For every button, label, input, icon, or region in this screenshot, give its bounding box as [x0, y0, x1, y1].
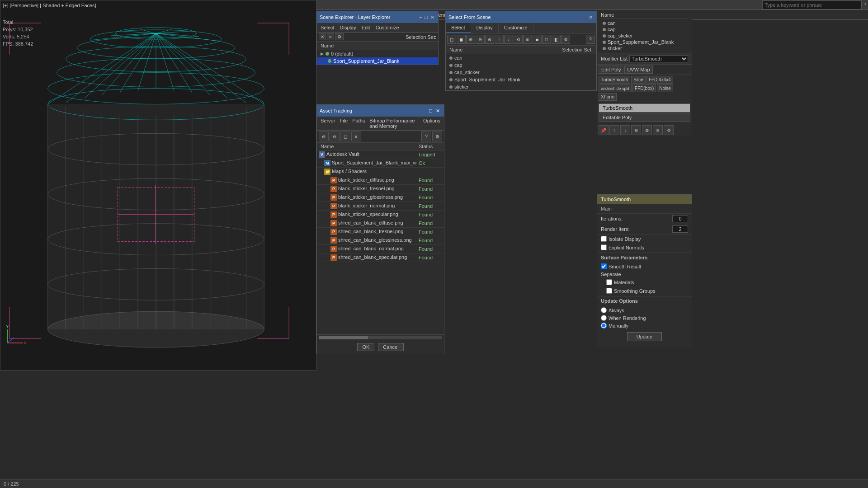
name-cap-sticker[interactable]: cap_sticker: [601, 33, 688, 39]
name-cap[interactable]: cap: [601, 26, 688, 33]
at-tb-4[interactable]: ≡: [351, 131, 361, 141]
select-scene-close[interactable]: ✕: [588, 14, 594, 20]
stack-nav-2[interactable]: ↑: [609, 125, 619, 135]
at-restore[interactable]: □: [428, 108, 434, 114]
ss-btn-14[interactable]: ?: [586, 35, 595, 44]
stack-turbosm[interactable]: TurboSmooth: [599, 103, 690, 113]
slice-btn[interactable]: Slice: [631, 76, 646, 84]
ss-item-sport-jar[interactable]: Sport_Supplement_Jar_Blank: [446, 76, 596, 83]
at-tb-5[interactable]: ?: [421, 131, 431, 141]
at-hscrollbar[interactable]: [319, 336, 442, 339]
ss-btn-3[interactable]: ⊕: [466, 35, 475, 44]
at-row-vault[interactable]: VAutodesk Vault Logged: [317, 150, 444, 159]
at-row-max[interactable]: MSport_Supplement_Jar_Blank_max_vray.max…: [317, 159, 444, 168]
at-row-bsf[interactable]: Pblank_sticker_fresnel.png Found: [317, 185, 444, 193]
ss-item-cap[interactable]: cap: [446, 61, 596, 69]
iterations-input[interactable]: [672, 215, 688, 222]
at-row-scf[interactable]: Pshred_can_blank_fresnel.png Found: [317, 228, 444, 236]
ss-btn-8[interactable]: ⟲: [514, 35, 523, 44]
ss-btn-2[interactable]: ◼: [457, 35, 466, 44]
se-expand-0[interactable]: ▶: [321, 52, 324, 56]
at-row-scs[interactable]: Pshred_can_blank_specular.png Found: [317, 253, 444, 262]
viewport[interactable]: [+] [Perspective] [ Shaded + Edged Faces…: [0, 0, 316, 371]
update-always-radio[interactable]: [601, 307, 607, 313]
at-menu-file[interactable]: File: [340, 118, 348, 129]
smooth-result-check[interactable]: [601, 263, 607, 269]
ss-btn-7[interactable]: ↓: [504, 35, 513, 44]
se-settings-btn[interactable]: ⚙: [335, 33, 344, 40]
se-close-btn[interactable]: ✕: [319, 33, 326, 40]
tab-customize[interactable]: Customize: [499, 23, 533, 33]
xform-btn[interactable]: XForm: [599, 93, 617, 101]
update-manually-radio[interactable]: [601, 323, 607, 328]
ss-item-can[interactable]: can: [446, 54, 596, 61]
at-close[interactable]: ✕: [434, 108, 441, 114]
se-menu-edit[interactable]: Edit: [362, 25, 370, 30]
at-tb-2[interactable]: ⊖: [330, 131, 340, 141]
at-tb-1[interactable]: ⊕: [319, 131, 329, 141]
at-row-bsg[interactable]: Pblank_sticker_glossiness.png Found: [317, 193, 444, 202]
update-whenrendering-radio[interactable]: [601, 315, 607, 321]
ss-item-sticker[interactable]: sticker: [446, 83, 596, 90]
name-can[interactable]: can: [601, 20, 688, 26]
scene-explorer-minimize[interactable]: −: [418, 14, 423, 20]
uvwmap-btn[interactable]: UVW Map: [624, 66, 652, 74]
scene-explorer-close[interactable]: ✕: [429, 14, 435, 20]
tab-select[interactable]: Select: [446, 23, 471, 33]
ss-btn-5[interactable]: ⊗: [485, 35, 494, 44]
materials-check[interactable]: [606, 279, 612, 285]
render-iters-input[interactable]: [672, 225, 688, 233]
at-menu-options[interactable]: Options: [423, 118, 440, 129]
ffdbox-btn[interactable]: FFD(box): [632, 84, 656, 92]
smoothing-groups-check[interactable]: [606, 288, 612, 294]
editpoly-btn[interactable]: Edit Poly: [599, 66, 623, 74]
at-row-bsn[interactable]: Pblank_sticker_normal.png Found: [317, 202, 444, 211]
ss-btn-6[interactable]: ↑: [495, 35, 504, 44]
at-row-scd[interactable]: Pshred_can_blank_diffuse.png Found: [317, 219, 444, 228]
at-cancel-btn[interactable]: Cancel: [378, 343, 403, 351]
at-row-scn[interactable]: Pshred_can_blank_normal.png Found: [317, 245, 444, 253]
explicit-normals-check[interactable]: [601, 244, 607, 250]
at-ok-btn[interactable]: OK: [357, 343, 374, 351]
search-input[interactable]: [762, 0, 862, 9]
ss-btn-13[interactable]: ⚙: [561, 35, 570, 44]
stack-nav-6[interactable]: ≡: [653, 125, 663, 135]
noise-btn[interactable]: Noise: [657, 84, 673, 92]
stack-nav-7[interactable]: ⚙: [664, 125, 674, 135]
scene-explorer-restore[interactable]: □: [424, 14, 429, 20]
stack-nav-4[interactable]: ⊖: [631, 125, 641, 135]
at-menu-server[interactable]: Server: [321, 118, 335, 129]
at-row-bss[interactable]: Pblank_sticker_specular.png Found: [317, 211, 444, 219]
name-sticker[interactable]: sticker: [601, 45, 688, 52]
se-menu-customize[interactable]: Customize: [376, 25, 399, 30]
scene-layer-0[interactable]: ▶ 0 (default): [317, 50, 438, 57]
at-menu-paths[interactable]: Paths: [352, 118, 365, 129]
update-btn[interactable]: Update: [627, 332, 662, 341]
at-tb-3[interactable]: ◻: [340, 131, 350, 141]
ss-btn-11[interactable]: □: [542, 35, 551, 44]
at-menu-bitmap[interactable]: Bitmap Performance and Memory: [369, 118, 419, 129]
ss-item-cap-sticker[interactable]: cap_sticker: [446, 69, 596, 76]
stack-nav-3[interactable]: ↓: [620, 125, 630, 135]
name-sport-jar[interactable]: Sport_Supplement_Jar_Blank: [601, 39, 688, 45]
se-menu-select[interactable]: Select: [321, 25, 335, 30]
at-row-maps[interactable]: 📁Maps / Shaders: [317, 168, 444, 176]
ss-btn-10[interactable]: ■: [533, 35, 542, 44]
at-row-scg[interactable]: Pshred_can_blank_glossiness.png Found: [317, 236, 444, 245]
at-row-bsd[interactable]: Pblank_sticker_diffuse.png Found: [317, 176, 444, 185]
modifier-list-dropdown[interactable]: TurboSmooth: [629, 55, 688, 62]
scene-object-1[interactable]: Sport_Supplement_Jar_Blank: [317, 57, 438, 65]
tab-display[interactable]: Display: [471, 23, 499, 33]
ffd4x4-btn[interactable]: FFD 4x4x4: [646, 76, 673, 84]
undershide-btn[interactable]: undershide split: [599, 84, 632, 92]
turbosm-btn[interactable]: TurboSmooth: [599, 76, 630, 84]
at-hscrollbar-thumb[interactable]: [319, 336, 368, 339]
at-minimize[interactable]: −: [421, 108, 427, 114]
ss-btn-4[interactable]: ⊖: [476, 35, 485, 44]
ss-btn-9[interactable]: ≡: [523, 35, 532, 44]
stack-editpoly[interactable]: Editable Poly: [599, 113, 690, 122]
se-filter-btn[interactable]: ≡: [327, 33, 334, 40]
at-tb-6[interactable]: ⚙: [432, 131, 442, 141]
ss-btn-12[interactable]: ◧: [552, 35, 561, 44]
stack-nav-5[interactable]: ⊗: [642, 125, 652, 135]
